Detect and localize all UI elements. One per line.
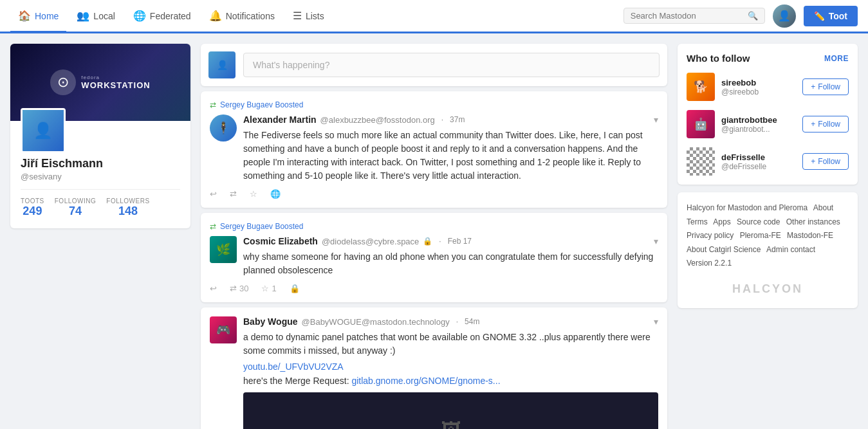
stat-followers: FOLLOWERS 148 <box>106 197 149 218</box>
stat-following-label: FOLLOWING <box>55 197 97 205</box>
nav-lists[interactable]: ☰ Lists <box>285 1 332 33</box>
lock-icon: 🔒 <box>290 284 300 293</box>
footer-link-about[interactable]: About <box>813 203 833 212</box>
chevron-down-icon[interactable]: ▾ <box>654 316 658 327</box>
follow-handle: @sireebob <box>721 87 796 96</box>
boost-icon: ⇄ <box>210 222 216 231</box>
post-actions: ↩ ⇄ ☆ 🌐 <box>210 189 658 199</box>
post-link-1[interactable]: youtu.be/_UFVbVU2VZA <box>243 361 344 372</box>
post-link2-prefix: here's the Merge Request: <box>243 376 351 386</box>
follow-item: deFrisselle @deFrisselle + Follow <box>687 147 849 176</box>
nav-local[interactable]: 👥 Local <box>69 1 122 33</box>
post-time: · <box>456 317 458 326</box>
image-placeholder-icon: 🖼 <box>441 419 461 430</box>
wf-more-button[interactable]: MORE <box>824 54 849 63</box>
chevron-down-icon[interactable]: ▾ <box>654 236 658 246</box>
post-meta: Alexander Martin @alexbuzzbee@fosstodon.… <box>243 114 658 183</box>
footer-link-source[interactable]: Source code <box>737 217 780 226</box>
post-card: ⇄ Sergey Bugaev Boosted 🌿 Cosmic Elizabe… <box>201 213 667 302</box>
globe-button[interactable]: 🌐 <box>270 189 281 199</box>
nav-federated-label: Federated <box>150 11 191 21</box>
follow-button[interactable]: + Follow <box>802 116 849 132</box>
profile-stats: TOOTS 249 FOLLOWING 74 FOLLOWERS 148 <box>21 189 180 218</box>
fedora-circle-icon: ⊙ <box>50 69 76 95</box>
follow-label: Follow <box>818 82 840 91</box>
profile-card: ⊙ fedora WORKSTATION 👤 Jiří Eischmann @s… <box>10 44 190 228</box>
follow-avatar: 🐕 <box>687 73 715 101</box>
nav-home[interactable]: 🏠 Home <box>10 1 66 33</box>
boost-button[interactable]: ⇄ <box>230 189 237 199</box>
compose-box: 👤 What's happening? <box>201 44 667 86</box>
follow-button[interactable]: + Follow <box>802 153 849 170</box>
nav-notifications[interactable]: 🔔 Notifications <box>201 1 282 33</box>
post-content: why shame someone for having an old phon… <box>243 250 658 277</box>
post-header: 🌿 Cosmic Elizabeth @diodelass@cybre.spac… <box>210 236 658 277</box>
star-button[interactable]: ☆ 1 <box>261 284 276 293</box>
globe-icon: 🌐 <box>270 189 281 199</box>
footer-link-halcyon[interactable]: Halcyon for Mastodon and Pleroma <box>687 203 808 212</box>
post-time: · <box>439 237 441 246</box>
follow-name: deFrisselle <box>721 152 796 162</box>
compose-input[interactable]: What's happening? <box>243 53 660 77</box>
star-button[interactable]: ☆ <box>250 189 257 199</box>
footer-link-mastodon-fe[interactable]: Mastodon-FE <box>787 231 833 240</box>
footer-link-catgirl[interactable]: About Catgirl Science <box>687 245 761 254</box>
follow-handle: @deFrisselle <box>721 162 796 171</box>
post-handle: @BabyWOGUE@mastodon.technology <box>302 317 450 327</box>
post-card: 🎮 Baby Wogue @BabyWOGUE@mastodon.technol… <box>201 307 667 429</box>
search-icon: 🔍 <box>748 11 758 21</box>
post-handle: @alexbuzzbee@fosstodon.org <box>320 115 435 125</box>
footer-link-pleroma-fe[interactable]: Pleroma-FE <box>740 231 781 240</box>
stat-toots-value: 249 <box>21 205 44 218</box>
boost-count: 30 <box>239 284 248 293</box>
follow-name: giantrobotbee <box>721 115 796 125</box>
follow-plus-icon: + <box>811 120 815 129</box>
follow-item: 🤖 giantrobotbee @giantrobot... + Follow <box>687 110 849 138</box>
lock-action: 🔒 <box>290 284 300 293</box>
stat-toots-label: TOOTS <box>21 197 44 205</box>
post-link-2[interactable]: gitlab.gnome.org/GNOME/gnome-s... <box>351 376 500 386</box>
post-content: a demo to dynamic panel patches that won… <box>243 331 658 358</box>
reply-icon: ↩ <box>210 189 217 199</box>
footer-link-admin[interactable]: Admin contact <box>766 245 815 254</box>
post-author: Baby Wogue <box>243 316 298 327</box>
post-handle: @diodelass@cybre.space <box>322 237 419 246</box>
follow-button[interactable]: + Follow <box>802 78 849 95</box>
repost-icon: ⇄ <box>230 189 237 199</box>
post-timestamp: 37m <box>450 115 465 124</box>
lock-icon: 🔒 <box>423 237 432 246</box>
profile-name: Jiří Eischmann <box>21 157 180 170</box>
follow-info: giantrobotbee @giantrobot... <box>721 115 796 134</box>
boost-button[interactable]: ⇄ 30 <box>230 284 248 293</box>
toot-button[interactable]: ✏️ Toot <box>804 6 858 26</box>
post-avatar: 🎮 <box>210 316 237 343</box>
boost-icon: ⇄ <box>210 100 216 109</box>
stat-following-value: 74 <box>55 205 97 218</box>
navbar: 🏠 Home 👥 Local 🌐 Federated 🔔 Notificatio… <box>0 0 868 33</box>
post-time: · <box>441 115 443 124</box>
footer-link-other[interactable]: Other instances <box>786 217 840 226</box>
center-feed: 👤 What's happening? ⇄ Sergey Bugaev Boos… <box>201 44 667 429</box>
search-box[interactable]: 🔍 <box>623 8 765 24</box>
profile-handle: @sesivany <box>21 172 180 181</box>
nav-federated[interactable]: 🌐 Federated <box>125 1 199 33</box>
boost-by: Sergey Bugaev Boosted <box>220 222 303 231</box>
reply-button[interactable]: ↩ <box>210 189 217 199</box>
repost-icon: ⇄ <box>230 284 237 293</box>
post-image: 🖼 <box>243 392 658 429</box>
post-timestamp: 54m <box>465 317 479 326</box>
nav-home-label: Home <box>35 11 59 21</box>
stat-followers-value: 148 <box>106 205 149 218</box>
local-icon: 👥 <box>77 10 89 22</box>
chevron-down-icon[interactable]: ▾ <box>654 114 658 125</box>
follow-name: sireebob <box>721 78 796 87</box>
follow-avatar: 🤖 <box>687 110 715 138</box>
search-input[interactable] <box>631 11 744 21</box>
user-avatar-nav[interactable]: 👤 <box>773 5 796 28</box>
reply-button[interactable]: ↩ <box>210 284 217 293</box>
footer-link-privacy[interactable]: Privacy policy <box>687 231 734 240</box>
footer-link-apps[interactable]: Apps <box>713 217 730 226</box>
footer-link-terms[interactable]: Terms <box>687 217 708 226</box>
reply-icon: ↩ <box>210 284 217 293</box>
follow-label: Follow <box>818 157 840 166</box>
